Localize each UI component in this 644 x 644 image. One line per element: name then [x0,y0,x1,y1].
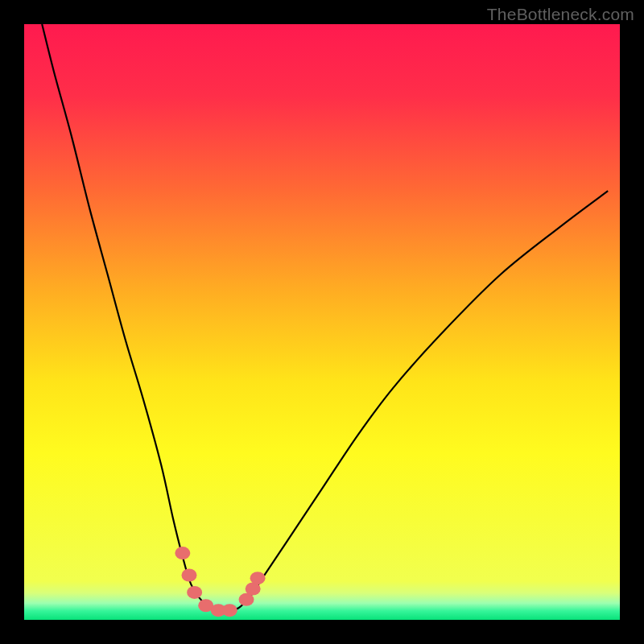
gradient-background [24,24,620,620]
curve-marker [175,547,190,559]
plot-area [24,24,620,620]
curve-marker [250,572,266,584]
curve-marker [181,569,196,582]
curve-marker [222,604,237,617]
chart-svg [24,24,620,620]
curve-marker [187,586,202,599]
watermark-text: TheBottleneck.com [487,5,634,24]
outer-frame: TheBottleneck.com [0,0,644,644]
